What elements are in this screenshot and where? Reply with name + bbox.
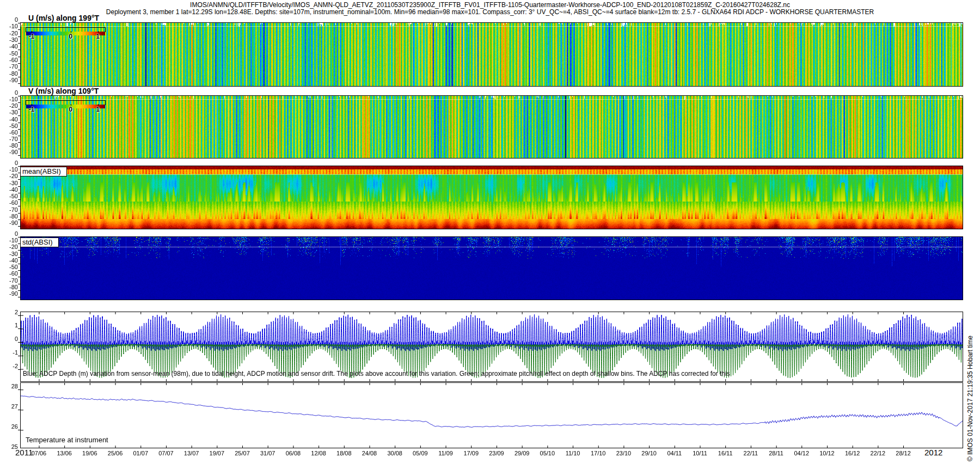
- y-axis-tick-label: -80: [0, 70, 18, 77]
- y-axis-tick-label: -70: [0, 63, 18, 70]
- y-axis-tick-label: -30: [0, 180, 18, 186]
- x-axis-tick-label: 13/07: [179, 450, 205, 456]
- tick-mark: [18, 70, 21, 70]
- imos-adcp-figure: IMOS/ANMN/QLD/ITFFTB/Velocity/IMOS_ANMN-…: [0, 0, 980, 463]
- y-axis-tick-label: 0: [0, 336, 18, 342]
- tick-mark: [18, 186, 21, 187]
- tick-mark: [18, 356, 21, 356]
- y-axis-tick-label: -70: [0, 277, 18, 284]
- tick-mark: [18, 129, 21, 130]
- tick-mark: [18, 257, 21, 258]
- colorbar-tick-label: 0: [63, 33, 79, 40]
- figure-title-filename: IMOS/ANMN/QLD/ITFFTB/Velocity/IMOS_ANMN-…: [0, 1, 980, 9]
- y-axis-tick-label: 0: [0, 89, 18, 96]
- tick-mark: [18, 206, 21, 206]
- y-axis-tick-label: -10: [0, 237, 18, 243]
- panel-temperature: [20, 382, 963, 448]
- colorbar-tick-label: 0: [63, 106, 79, 113]
- panel-std-absi-heatmap: [20, 236, 963, 300]
- tick-mark: [18, 199, 21, 200]
- tick-mark: [18, 50, 21, 50]
- y-axis-tick-label: -70: [0, 206, 18, 213]
- x-axis-tick-label: 04/11: [661, 450, 688, 456]
- x-axis-tick-label: 30/08: [382, 450, 408, 456]
- y-axis-tick-label: -90: [0, 290, 18, 297]
- x-axis-tick-label: 19/06: [77, 450, 103, 456]
- x-axis-tick-label: 04/12: [788, 450, 814, 456]
- tick-mark: [18, 410, 21, 410]
- y-axis-tick-label: -60: [0, 57, 18, 63]
- colorbar-tick-label: 1: [90, 106, 106, 113]
- tick-mark: [18, 63, 21, 64]
- tick-mark: [18, 237, 21, 237]
- y-axis-tick-label: -2: [0, 363, 18, 369]
- mean-absi-heatmap-canvas: [21, 166, 963, 229]
- y-axis-tick-label: -60: [0, 129, 18, 136]
- x-axis-tick-label: 17/10: [585, 450, 611, 456]
- xaxis-year-end: 2012: [924, 448, 942, 457]
- x-axis-tick-label: 12/08: [305, 450, 332, 456]
- tick-mark: [18, 220, 21, 220]
- colorbar-v: [26, 100, 106, 105]
- tick-mark: [18, 328, 21, 329]
- tick-mark: [18, 23, 21, 23]
- y-axis-tick-label: -30: [0, 36, 18, 43]
- y-axis-tick-label: -90: [0, 220, 18, 226]
- panel-u-title: U (m/s) along 199°T: [28, 14, 99, 22]
- tick-mark: [18, 250, 21, 251]
- y-axis-tick-label: -50: [0, 193, 18, 199]
- y-axis-tick-label: 26: [0, 423, 18, 430]
- y-axis-tick-label: -80: [0, 284, 18, 290]
- panel-mean-absi-heatmap: [20, 166, 963, 229]
- x-axis-tick-label: 28/11: [763, 450, 789, 456]
- tick-mark: [18, 342, 21, 343]
- x-axis-tick-label: 22/11: [738, 450, 764, 456]
- y-axis-tick-label: -20: [0, 102, 18, 109]
- x-axis-tick-label: 13/06: [51, 450, 77, 456]
- tick-mark: [18, 83, 21, 84]
- x-axis-tick-label: 18/08: [331, 450, 357, 456]
- tick-mark: [18, 243, 21, 244]
- x-axis-tick-label: 16/11: [712, 450, 738, 456]
- y-axis-tick-label: -10: [0, 166, 18, 173]
- tick-mark: [18, 149, 21, 149]
- x-axis-tick-label: 23/10: [610, 450, 636, 456]
- y-axis-tick-label: -10: [0, 96, 18, 102]
- colorbar-tick-label: 1: [90, 33, 106, 40]
- tick-mark: [18, 297, 21, 297]
- tick-mark: [18, 213, 21, 214]
- tick-mark: [18, 264, 21, 264]
- temperature-series-canvas: [21, 383, 963, 448]
- y-axis-tick-label: -20: [0, 30, 18, 36]
- y-axis-tick-label: -60: [0, 270, 18, 277]
- tick-mark: [18, 430, 21, 430]
- y-axis-tick-label: 28: [0, 383, 18, 389]
- tick-mark: [18, 36, 21, 37]
- x-axis-tick-label: 05/09: [407, 450, 433, 456]
- y-axis-tick-label: -90: [0, 77, 18, 83]
- y-axis-tick-label: -40: [0, 43, 18, 50]
- x-axis-tick-label: 29/09: [509, 450, 535, 456]
- depth-variation-annotation: Blue: ADCP Depth (m) variation from sens…: [23, 370, 730, 377]
- y-axis-tick-label: -90: [0, 149, 18, 155]
- tick-mark: [18, 109, 21, 109]
- tick-mark: [18, 193, 21, 193]
- panel-mean-absi-label: mean(ABSI): [20, 167, 67, 176]
- tick-mark: [18, 96, 21, 96]
- y-axis-tick-label: -40: [0, 116, 18, 123]
- y-axis-tick-label: -50: [0, 50, 18, 57]
- tick-mark: [18, 115, 21, 116]
- tick-mark: [18, 43, 21, 44]
- x-axis-tick-label: 10/12: [814, 450, 840, 456]
- colorbar-tick-label: -1: [23, 33, 40, 40]
- x-axis-tick-label: 19/07: [204, 450, 230, 456]
- tick-mark: [18, 57, 21, 57]
- y-axis-tick-label: 27: [0, 403, 18, 410]
- colorbar-tick-label: -1: [23, 106, 40, 113]
- tick-mark: [18, 315, 21, 316]
- panel-std-absi-label: std(ABSI): [20, 237, 59, 247]
- tick-mark: [18, 123, 21, 123]
- tick-mark: [18, 179, 21, 180]
- tick-mark: [18, 136, 21, 136]
- temperature-label: Temperature at instrument: [26, 436, 108, 444]
